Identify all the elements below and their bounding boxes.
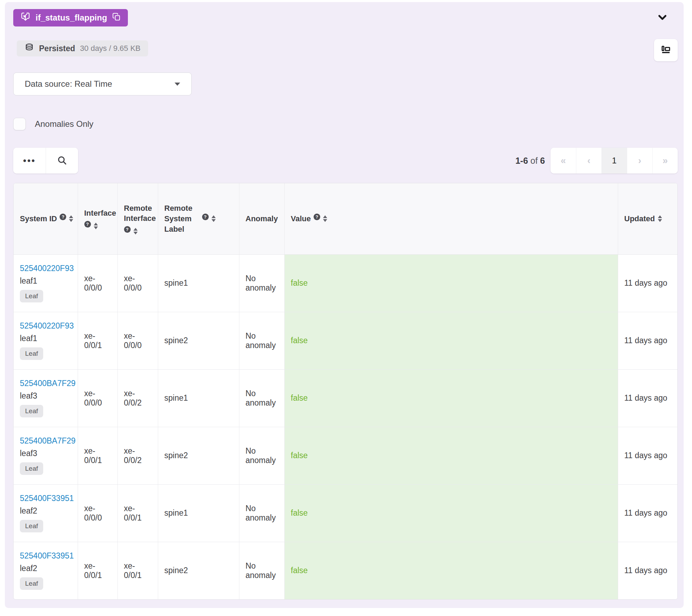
column-label: Remote System Label [164,203,199,234]
help-icon[interactable]: ? [84,221,91,228]
collapse-panel-button[interactable] [655,10,670,25]
system-id-cell: 525400BA7F29 leaf3 Leaf [14,369,78,427]
updated-cell: 11 days ago [618,254,678,312]
interface-cell: xe-0/0/0 [78,369,117,427]
anomalies-only-checkbox[interactable] [13,118,26,130]
system-id-link[interactable]: 525400F33951 [20,494,74,503]
sort-icon[interactable] [658,215,662,222]
interface-cell: xe-0/0/1 [78,427,117,484]
interface-cell: xe-0/0/0 [78,484,117,542]
interface-cell: xe-0/0/1 [78,542,117,599]
anomaly-cell: No anomaly [239,369,284,427]
table-layout-button[interactable] [654,39,678,61]
data-source-value: Data source: Real Time [25,79,112,89]
help-icon[interactable]: ? [60,214,66,220]
value-text: false [291,278,308,287]
probe-name: if_status_flapping [36,13,107,23]
sort-icon[interactable] [133,228,138,234]
table-body: 525400220F93 leaf1 Leaf xe-0/0/0 xe-0/0/… [14,254,678,599]
sort-icon[interactable] [212,215,216,222]
persisted-badge: Persisted 30 days / 9.65 KB [17,40,148,56]
probe-name-badge[interactable]: if_status_flapping [13,9,128,26]
value-cell: false [284,484,618,542]
system-id-link[interactable]: 525400220F93 [20,321,74,331]
value-cell: false [284,312,618,369]
value-cell: false [284,427,618,484]
anomalies-only-label: Anomalies Only [35,119,93,129]
system-id-link[interactable]: 525400220F93 [20,264,74,273]
value-text: false [291,508,308,517]
results-table-wrap: System ID?Interface?Remote Interface?Rem… [13,183,678,600]
role-badge: Leaf [20,405,43,417]
anomalies-only-row: Anomalies Only [13,118,678,130]
role-badge: Leaf [20,347,43,360]
system-id-link[interactable]: 525400BA7F29 [20,436,76,446]
remote-interface-cell: xe-0/0/2 [117,427,158,484]
table-header-row: System ID?Interface?Remote Interface?Rem… [14,183,678,254]
updated-cell: 11 days ago [618,542,678,599]
column-header-remote-system-label[interactable]: Remote System Label? [158,183,239,254]
caret-down-icon [175,83,180,86]
column-header-remote-interface[interactable]: Remote Interface? [117,183,158,254]
system-id-link[interactable]: 525400F33951 [20,551,74,561]
sort-icon[interactable] [69,215,73,222]
updated-cell: 11 days ago [618,484,678,542]
hostname-label: leaf1 [20,334,73,343]
hostname-label: leaf3 [20,391,73,401]
column-header-value[interactable]: Value? [284,183,618,254]
toolbar-row: ••• 1-6 of 6 «‹1›» [13,148,678,174]
interface-cell: xe-0/0/1 [78,312,117,369]
remote-interface-cell: xe-0/0/1 [117,484,158,542]
table-row: 525400BA7F29 leaf3 Leaf xe-0/0/1 xe-0/0/… [14,427,678,484]
system-id-cell: 525400220F93 leaf1 Leaf [14,312,78,369]
system-id-link[interactable]: 525400BA7F29 [20,379,76,388]
remote-system-label-cell: spine2 [158,542,239,599]
column-label: Anomaly [246,214,278,224]
title-row: if_status_flapping [13,9,678,26]
pagination-total: 6 [540,156,545,165]
system-id-cell: 525400BA7F29 leaf3 Leaf [14,427,78,484]
next-page-button[interactable]: › [627,148,652,174]
help-icon[interactable]: ? [124,226,131,233]
persisted-label: Persisted [39,44,75,53]
system-id-cell: 525400220F93 leaf1 Leaf [14,254,78,312]
hostname-label: leaf2 [20,506,73,516]
updated-cell: 11 days ago [618,427,678,484]
table-row: 525400F33951 leaf2 Leaf xe-0/0/1 xe-0/0/… [14,542,678,599]
help-icon[interactable]: ? [202,214,209,220]
column-label: Updated [624,214,655,224]
sort-icon[interactable] [323,215,327,222]
more-options-button[interactable]: ••• [13,148,46,174]
sort-icon[interactable] [94,223,98,229]
persisted-detail: 30 days / 9.65 KB [80,44,141,53]
value-text: false [291,451,308,460]
column-label: System ID [20,214,57,224]
persisted-row: Persisted 30 days / 9.65 KB [13,40,678,63]
hostname-label: leaf3 [20,449,73,458]
hostname-label: leaf2 [20,564,73,573]
system-id-cell: 525400F33951 leaf2 Leaf [14,542,78,599]
layout-icon [660,44,671,56]
anomaly-cell: No anomaly [239,312,284,369]
data-source-dropdown[interactable]: Data source: Real Time [13,72,192,95]
updated-cell: 11 days ago [618,312,678,369]
role-badge: Leaf [20,290,43,302]
anomaly-cell: No anomaly [239,542,284,599]
column-header-interface[interactable]: Interface? [78,183,117,254]
pagination-buttons: «‹1›» [551,148,678,174]
pagination-summary: 1-6 of 6 [515,156,545,166]
column-header-updated[interactable]: Updated [618,183,678,254]
first-page-button[interactable]: « [551,148,576,174]
page-1-button[interactable]: 1 [601,148,627,174]
help-icon[interactable]: ? [314,214,320,220]
last-page-button[interactable]: » [652,148,678,174]
table-row: 525400220F93 leaf1 Leaf xe-0/0/1 xe-0/0/… [14,312,678,369]
previous-page-button[interactable]: ‹ [576,148,601,174]
column-header-system-id[interactable]: System ID? [14,183,78,254]
copy-icon[interactable] [112,12,121,23]
updated-cell: 11 days ago [618,369,678,427]
column-header-anomaly: Anomaly [239,183,284,254]
remote-interface-cell: xe-0/0/0 [117,312,158,369]
remote-interface-cell: xe-0/0/0 [117,254,158,312]
search-button[interactable] [46,148,78,174]
